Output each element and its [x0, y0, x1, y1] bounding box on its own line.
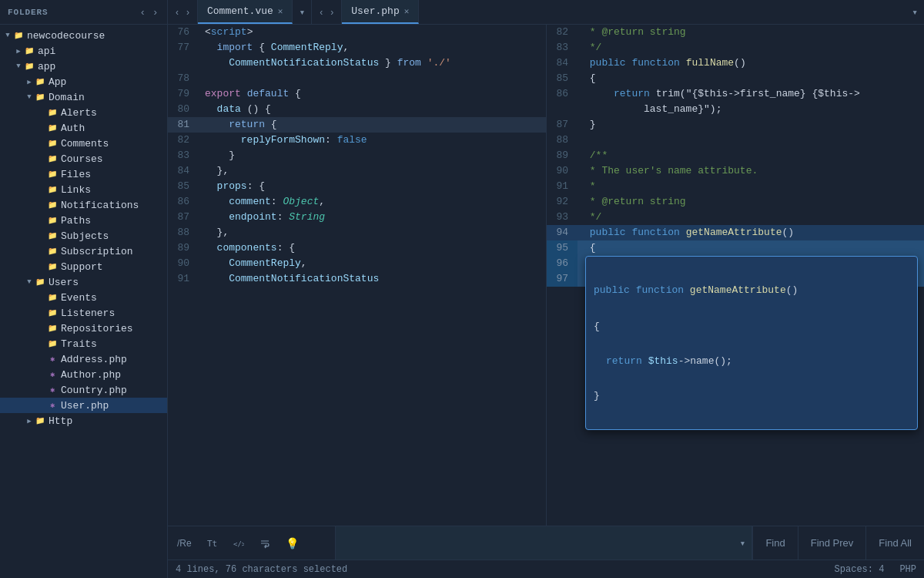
- sidebar-item-User.php[interactable]: ▶ ✱ User.php: [0, 398, 167, 413]
- r-line-num-82: 82: [547, 25, 578, 40]
- left-nav-prev[interactable]: ‹: [172, 5, 182, 19]
- label-newcodecourse: newcodecourse: [27, 30, 105, 42]
- code-line-91: 91 CommentNotificationStatus: [168, 271, 546, 287]
- tab-comment-vue[interactable]: Comment.vue ✕: [198, 0, 293, 24]
- folder-icon-Subscription: 📁: [46, 245, 59, 257]
- code-line-84: 84 },: [168, 163, 546, 179]
- sidebar-item-Domain[interactable]: ▼ 📁 Domain: [0, 89, 167, 105]
- r-line-num-83: 83: [547, 40, 578, 55]
- code-line-81: 81 return {: [168, 117, 546, 133]
- replace-button[interactable]: /Re: [174, 535, 195, 552]
- code-line-77: 77 import { CommentReply,: [168, 40, 546, 55]
- folder-icon-Support: 📁: [46, 260, 59, 273]
- label-Notifications: Notifications: [61, 200, 139, 211]
- line-content-84: },: [199, 163, 546, 179]
- sidebar-nav-right[interactable]: ›: [152, 5, 159, 18]
- sidebar-item-app[interactable]: ▼ 📁 app: [0, 59, 167, 74]
- popup-line-return: return $this->name();: [606, 355, 909, 367]
- find-prev-button[interactable]: Find Prev: [798, 526, 866, 560]
- line-content-89: components: {: [199, 240, 546, 256]
- find-all-button[interactable]: Find All: [865, 526, 924, 560]
- sidebar-item-Files[interactable]: ▶ 📁 Files: [0, 166, 167, 182]
- code-line-82: 82 replyFormShown: false: [168, 133, 546, 148]
- regex-button[interactable]: </>: [230, 535, 247, 552]
- sidebar-item-Alerts[interactable]: ▶ 📁 Alerts: [0, 105, 167, 120]
- arrow-api: ▶: [14, 46, 23, 55]
- sidebar-item-Http[interactable]: ▶ 📁 Http: [0, 413, 167, 428]
- sidebar-item-Comments[interactable]: ▶ 📁 Comments: [0, 136, 167, 151]
- r-line-num-87: 87: [547, 117, 578, 133]
- right-nav-next[interactable]: ›: [327, 5, 336, 19]
- tab-close-user-php[interactable]: ✕: [404, 6, 410, 16]
- folder-icon-Listeners: 📁: [46, 307, 59, 319]
- find-button[interactable]: Find: [752, 526, 797, 560]
- folder-icon-Http: 📁: [34, 415, 46, 427]
- sidebar-item-Subscription[interactable]: ▶ 📁 Subscription: [0, 244, 167, 259]
- sidebar-nav-left[interactable]: ‹: [139, 5, 146, 18]
- line-content-85: props: {: [199, 179, 546, 194]
- left-editor-pane: 76 <script> 77 import { CommentReply, Co…: [168, 25, 547, 578]
- sidebar-item-Auth[interactable]: ▶ 📁 Auth: [0, 120, 167, 136]
- sidebar-item-Author.php[interactable]: ▶ ✱ Author.php: [0, 367, 167, 382]
- sidebar-item-App[interactable]: ▶ 📁 App: [0, 74, 167, 89]
- r-line-num-92: 92: [547, 194, 578, 210]
- label-Files: Files: [61, 169, 91, 180]
- sidebar-item-Traits[interactable]: ▶ 📁 Traits: [0, 336, 167, 351]
- tab-dropdown-right[interactable]: ▾: [906, 0, 924, 24]
- sidebar-item-Notifications[interactable]: ▶ 📁 Notifications: [0, 197, 167, 213]
- tab-label-user-php: User.php: [351, 5, 399, 17]
- label-Support: Support: [61, 261, 103, 273]
- r-code-line-82: 82 * @return string: [547, 25, 924, 40]
- left-code-area[interactable]: 76 <script> 77 import { CommentReply, Co…: [168, 25, 546, 578]
- case-button[interactable]: Tt: [204, 535, 221, 552]
- r-line-num-93: 93: [547, 210, 578, 225]
- line-content-80: data () {: [199, 102, 546, 117]
- sidebar-item-Address.php[interactable]: ▶ ✱ Address.php: [0, 351, 167, 367]
- r-code-line-91: 91 *: [547, 179, 924, 194]
- bottom-toolbar: /Re Tt </> 💡 ▾: [168, 526, 924, 560]
- label-app: app: [38, 61, 55, 72]
- code-line-90: 90 CommentReply,: [168, 256, 546, 271]
- r-line-num-88: 88: [547, 133, 578, 148]
- label-User.php: User.php: [61, 400, 109, 412]
- file-icon-author: ✱: [46, 368, 59, 381]
- left-nav-next[interactable]: ›: [183, 5, 192, 19]
- r-code-line-92: 92 * @return string: [547, 194, 924, 210]
- folder-icon-Courses: 📁: [46, 153, 59, 165]
- label-App: App: [49, 76, 66, 88]
- r-line-content-82: * @return string: [578, 25, 924, 40]
- label-Subjects: Subjects: [61, 230, 109, 242]
- sidebar-item-Events[interactable]: ▶ 📁 Events: [0, 290, 167, 305]
- right-nav-prev[interactable]: ‹: [316, 5, 326, 19]
- sidebar-item-Listeners[interactable]: ▶ 📁 Listeners: [0, 305, 167, 321]
- folder-icon-Events: 📁: [46, 291, 59, 304]
- light-button[interactable]: 💡: [283, 534, 302, 553]
- line-num-77: 77: [168, 40, 199, 55]
- tab-dropdown-left[interactable]: ▾: [293, 0, 311, 24]
- wordwrap-button[interactable]: [256, 535, 273, 552]
- tab-close-comment-vue[interactable]: ✕: [278, 6, 283, 16]
- sidebar-item-Users[interactable]: ▼ 📁 Users: [0, 274, 167, 290]
- sidebar-item-Courses[interactable]: ▶ 📁 Courses: [0, 151, 167, 166]
- sidebar-item-Paths[interactable]: ▶ 📁 Paths: [0, 213, 167, 228]
- folder-icon-Users: 📁: [34, 276, 46, 288]
- sidebar-item-Support[interactable]: ▶ 📁 Support: [0, 259, 167, 274]
- r-line-num-91: 91: [547, 179, 578, 194]
- sidebar-item-Country.php[interactable]: ▶ ✱ Country.php: [0, 382, 167, 398]
- bottom-dropdown-arrow[interactable]: ▾: [740, 537, 746, 549]
- case-icon: Tt: [207, 538, 218, 549]
- sidebar-item-Subjects[interactable]: ▶ 📁 Subjects: [0, 228, 167, 244]
- tab-user-php[interactable]: User.php ✕: [342, 0, 419, 24]
- sidebar-item-newcodecourse[interactable]: ▼ 📁 newcodecourse: [0, 28, 167, 43]
- folder-icon-Repositories: 📁: [46, 322, 59, 334]
- sidebar-item-api[interactable]: ▶ 📁 api: [0, 43, 167, 59]
- folder-icon-Traits: 📁: [46, 338, 59, 350]
- file-icon-address: ✱: [46, 353, 59, 365]
- arrow-app: ▼: [14, 62, 23, 71]
- bottom-search-input[interactable]: [336, 526, 752, 560]
- sidebar-item-Links[interactable]: ▶ 📁 Links: [0, 182, 167, 197]
- sidebar-item-Repositories[interactable]: ▶ 📁 Repositories: [0, 321, 167, 336]
- editor-split: 76 <script> 77 import { CommentReply, Co…: [168, 25, 924, 578]
- line-num-89: 89: [168, 240, 199, 256]
- popup-line-fn: public function getNameAttribute(): [594, 284, 909, 296]
